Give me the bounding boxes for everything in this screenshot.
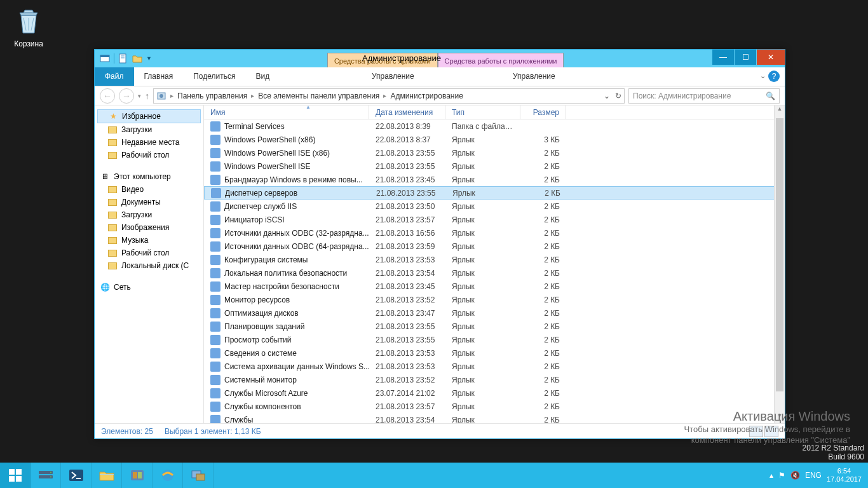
scrollbar[interactable]: ▲ ▼ [774,105,785,423]
nav-history-icon[interactable]: ▾ [138,93,141,99]
breadcrumb-leaf[interactable]: Администрирование [390,92,463,100]
nav-item[interactable]: Рабочий стол [95,149,203,161]
table-row[interactable]: Диспетчер серверов21.08.2013 23:55Ярлык2… [204,186,785,200]
table-row[interactable]: Система архивации данных Windows S...21.… [204,360,785,373]
svg-point-14 [50,477,51,478]
col-date[interactable]: Дата изменения [369,105,445,119]
recycle-bin[interactable]: Корзина [6,6,51,48]
table-row[interactable]: Системный монитор21.08.2013 23:52Ярлык2 … [204,373,785,386]
breadcrumb-sep-icon[interactable]: ▸ [170,92,173,99]
file-icon [210,348,220,358]
table-row[interactable]: Terminal Services22.08.2013 8:39Папка с … [204,119,785,133]
task-powershell[interactable] [61,463,92,488]
nav-back-button[interactable]: ← [100,88,115,104]
network-root[interactable]: 🌐Сеть [95,281,203,294]
context-tab-applications[interactable]: Средства работы с приложениями [438,53,564,67]
refresh-icon[interactable]: ↻ [615,92,621,100]
close-button[interactable]: ✕ [757,50,785,65]
context-tab-shortcuts[interactable]: Средства работы с ярлыками [327,53,438,67]
scroll-thumb[interactable] [776,118,783,391]
breadcrumb-sep-icon[interactable]: ▸ [251,92,254,99]
ribbon-manage-2[interactable]: Управление [503,67,566,85]
nav-item[interactable]: Рабочий стол [95,247,203,259]
tray-chevron-icon[interactable]: ▴ [770,471,773,480]
nav-item[interactable]: Недавние места [95,136,203,149]
task-ie[interactable] [153,463,183,488]
start-button[interactable] [0,463,31,488]
nav-item[interactable]: Видео [95,183,203,196]
task-app-2[interactable] [183,463,214,488]
ribbon-view[interactable]: Вид [245,67,280,86]
nav-forward-button[interactable]: → [119,88,134,104]
ribbon-home[interactable]: Главная [134,67,184,86]
minimize-button[interactable]: — [712,50,734,65]
task-server-manager[interactable] [31,463,61,488]
table-row[interactable]: Сведения о системе21.08.2013 23:53Ярлык2… [204,346,785,360]
file-icon [210,375,220,385]
table-row[interactable]: Монитор ресурсов21.08.2013 23:52Ярлык2 К… [204,293,785,306]
table-row[interactable]: Windows PowerShell ISE (x86)21.08.2013 2… [204,146,785,159]
help-icon[interactable]: ? [768,71,780,82]
file-icon [210,335,220,345]
tray-clock[interactable]: 6:54 17.04.2017 [827,467,862,484]
col-size[interactable]: Размер [520,105,566,119]
computer-root[interactable]: 🖥Этот компьютер [95,170,203,183]
table-row[interactable]: Службы Microsoft Azure23.07.2014 21:02Яр… [204,386,785,400]
file-icon [211,188,221,198]
table-row[interactable]: Источники данных ODBC (64-разрядна...21.… [204,240,785,253]
ribbon-manage-1[interactable]: Управление [362,67,424,85]
task-explorer[interactable] [92,463,122,488]
search-icon[interactable]: 🔍 [766,92,775,100]
folder-icon [107,261,118,271]
statusbar: Элементов: 25 Выбран 1 элемент: 1,13 КБ [95,423,785,438]
properties-icon[interactable] [118,53,128,64]
file-icon [210,241,220,252]
table-row[interactable]: Источники данных ODBC (32-разрядна...21.… [204,226,785,240]
table-row[interactable]: Оптимизация дисков21.08.2013 23:47Ярлык2… [204,306,785,320]
table-row[interactable]: Инициатор iSCSI21.08.2013 23:57Ярлык2 КБ [204,213,785,226]
nav-item[interactable]: Изображения [95,221,203,234]
svg-point-6 [159,94,163,98]
file-list: ▲ Имя Дата изменения Тип Размер Terminal… [204,105,785,423]
table-row[interactable]: Планировщик заданий21.08.2013 23:55Ярлык… [204,320,785,333]
table-row[interactable]: Конфигурация системы21.08.2013 23:53Ярлы… [204,253,785,266]
file-icon [210,402,220,412]
favorites-root[interactable]: ★Избранное [97,109,201,123]
new-folder-icon[interactable] [132,53,142,64]
table-row[interactable]: Брандмауэр Windows в режиме повы...21.08… [204,173,785,186]
ribbon-file[interactable]: Файл [95,67,134,86]
tray-lang[interactable]: ENG [805,471,822,480]
address-dropdown-icon[interactable]: ⌄ [604,92,610,100]
maximize-button[interactable]: ☐ [735,50,756,65]
nav-item[interactable]: Загрузки [95,208,203,221]
svg-rect-10 [16,476,22,482]
search-box[interactable]: Поиск: Администрирование 🔍 [628,88,780,104]
nav-up-button[interactable]: ↑ [145,91,149,101]
tray-sound-icon[interactable]: 🔇 [790,471,800,480]
nav-item[interactable]: Документы [95,196,203,208]
table-row[interactable]: Мастер настройки безопасности21.08.2013 … [204,280,785,293]
task-app-1[interactable] [122,463,153,488]
breadcrumb-mid[interactable]: Все элементы панели управления [258,92,379,100]
breadcrumb-sep-icon[interactable]: ▸ [383,92,386,99]
titlebar[interactable]: ▼ Администрирование Средства работы с яр… [95,50,785,67]
status-selection: Выбран 1 элемент: 1,13 КБ [165,427,261,436]
tray-flag-icon[interactable]: ⚑ [778,471,785,480]
table-row[interactable]: Windows PowerShell (x86)22.08.2013 8:37Я… [204,133,785,146]
table-row[interactable]: Windows PowerShell ISE21.08.2013 23:55Яр… [204,159,785,173]
address-box[interactable]: ▸ Панель управления ▸ Все элементы панел… [153,88,625,104]
nav-item[interactable]: Загрузки [95,123,203,136]
nav-item[interactable]: Локальный диск (C [95,259,203,272]
col-name[interactable]: Имя [204,105,369,119]
qat-dropdown-icon[interactable]: ▼ [146,55,152,62]
breadcrumb-root[interactable]: Панель управления [177,92,247,100]
table-row[interactable]: Просмотр событий21.08.2013 23:55Ярлык2 К… [204,333,785,346]
ribbon-collapse-icon[interactable]: ⌄ [760,72,766,80]
ribbon-share[interactable]: Поделиться [183,67,245,86]
table-row[interactable]: Локальная политика безопасности21.08.201… [204,266,785,280]
svg-point-13 [50,472,51,473]
table-row[interactable]: Диспетчер служб IIS21.08.2013 23:50Ярлык… [204,200,785,213]
nav-item[interactable]: Музыка [95,234,203,247]
scroll-up-icon[interactable]: ▲ [775,105,785,116]
col-type[interactable]: Тип [445,105,520,119]
